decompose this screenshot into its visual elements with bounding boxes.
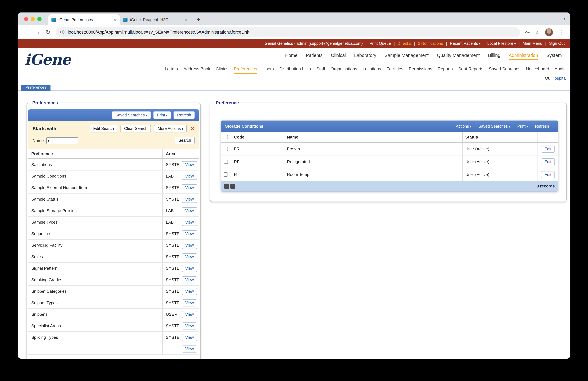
select-all-checkbox[interactable] (224, 135, 228, 139)
main-nav-item[interactable]: Quality Management (437, 53, 480, 60)
sub-nav-item[interactable]: Audits (555, 67, 567, 74)
search-action-button[interactable]: More Actions ▾ (154, 125, 187, 133)
sub-nav-item[interactable]: Clinics (216, 67, 229, 74)
view-button[interactable]: View (182, 253, 197, 260)
sub-nav-item[interactable]: Sent Reports (458, 67, 483, 74)
main-nav-item[interactable]: System (546, 53, 562, 60)
view-button[interactable]: View (182, 322, 197, 329)
view-button[interactable]: View (182, 334, 197, 341)
sub-nav-item[interactable]: Permissions (409, 67, 432, 74)
view-button[interactable]: View (182, 242, 197, 249)
sub-nav-item[interactable]: Reports (438, 67, 453, 74)
edit-button[interactable]: Edit (541, 158, 555, 165)
back-icon[interactable]: ← (21, 29, 32, 36)
main-nav-item[interactable]: Patients (306, 53, 323, 60)
view-button[interactable]: View (182, 311, 197, 318)
tab-close-icon[interactable]: × (113, 17, 117, 22)
main-nav-item[interactable]: Home (285, 53, 297, 60)
view-button[interactable]: View (182, 299, 197, 306)
minimize-window-button[interactable] (31, 17, 35, 21)
card-toolbar-item[interactable]: Refresh (535, 124, 549, 128)
main-nav-item[interactable]: Billing (488, 53, 500, 60)
organisational-unit: Ou:Hospital (545, 76, 567, 81)
list-toolbar-button[interactable]: Saved Searches ▾ (112, 111, 151, 119)
view-button[interactable]: View (182, 345, 197, 352)
profile-avatar[interactable] (545, 28, 553, 36)
card-toolbar-item[interactable]: Actions ▾ (456, 124, 472, 128)
ou-hospital-link[interactable]: Hospital (552, 76, 567, 81)
close-window-button[interactable] (24, 17, 28, 21)
search-action-button[interactable]: Clear Search (121, 125, 151, 133)
tab-list-chevron-icon[interactable]: ▾ (563, 16, 565, 21)
list-toolbar-button[interactable]: Refresh (173, 111, 195, 119)
main-nav-item[interactable]: Clinical (331, 53, 346, 60)
view-button[interactable]: View (182, 265, 197, 272)
row-checkbox[interactable] (224, 147, 228, 151)
view-button[interactable]: View (182, 276, 197, 283)
session-bar-link[interactable]: Print Queue (363, 41, 391, 46)
sub-nav-item[interactable]: Distribution Lists (279, 67, 311, 74)
sub-nav-item[interactable]: Preferences (234, 67, 257, 74)
sub-nav-item[interactable]: Locations (362, 67, 381, 74)
sub-nav-item[interactable]: Noticeboard (526, 67, 549, 74)
chevron-down-icon: ▾ (513, 42, 516, 45)
forward-icon[interactable]: → (32, 29, 43, 36)
edit-button[interactable]: Edit (541, 171, 555, 178)
browser-tab[interactable]: iGene: Preferences × (48, 14, 120, 25)
preference-row: Snippet Types SYSTEM View (28, 297, 199, 309)
view-button[interactable]: View (182, 173, 197, 180)
close-search-icon[interactable]: ✕ (191, 126, 195, 132)
view-button[interactable]: View (182, 288, 197, 295)
card-header: Storage Conditions Actions ▾ Saved Searc… (221, 121, 558, 132)
session-bar-link[interactable]: Local Filestore ▾ (481, 41, 516, 46)
card-toolbar-item[interactable]: Saved Searches ▾ (478, 124, 510, 128)
tab-close-icon[interactable]: × (184, 17, 188, 22)
password-key-icon[interactable] (523, 29, 532, 35)
row-checkbox[interactable] (224, 160, 228, 164)
view-button[interactable]: View (182, 219, 197, 226)
menu-dots-icon[interactable]: ⋮ (556, 29, 567, 36)
sub-nav-item[interactable]: Saved Searches (489, 67, 520, 74)
reload-icon[interactable]: ↻ (43, 29, 53, 36)
remove-icon[interactable]: − (231, 184, 235, 189)
list-toolbar-button[interactable]: Print ▾ (153, 111, 171, 119)
name-label: Name (33, 138, 44, 143)
sub-nav-item[interactable]: Staff (316, 67, 325, 74)
site-info-icon[interactable]: ⓘ (60, 29, 64, 35)
session-bar-link[interactable]: 2 Notifications (411, 41, 443, 46)
edit-button[interactable]: Edit (541, 145, 555, 153)
session-bar-link[interactable]: Recent Patients ▾ (443, 41, 481, 46)
session-bar-link[interactable]: Sign Out (542, 41, 565, 46)
page-tab-preferences[interactable]: Preferences (21, 84, 50, 90)
preference-row: Specialist Areas SYSTEM View (28, 320, 199, 332)
row-checkbox[interactable] (224, 172, 228, 177)
preference-area: SYSTEM (162, 240, 180, 251)
preference-row: Snippets USER View (28, 309, 199, 320)
view-button[interactable]: View (182, 196, 197, 203)
name-input[interactable] (46, 137, 78, 144)
search-action-button[interactable]: Edit Search (90, 125, 117, 133)
main-nav-item[interactable]: Administration (509, 53, 538, 60)
maximize-window-button[interactable] (37, 17, 42, 21)
session-bar-link[interactable]: Main Menu (516, 41, 542, 46)
new-tab-button[interactable]: + (194, 15, 203, 24)
main-nav-item[interactable]: Sample Management (385, 53, 429, 60)
view-button[interactable]: View (182, 230, 197, 237)
sub-nav-item[interactable]: Users (263, 67, 274, 74)
browser-tab[interactable]: iGene: Reagent: H2O × (120, 14, 191, 25)
search-button[interactable]: Search (175, 136, 195, 144)
sub-nav-item[interactable]: Organisations (331, 67, 357, 74)
view-button[interactable]: View (182, 207, 197, 214)
view-button[interactable]: View (182, 184, 197, 191)
main-nav-item[interactable]: Laboratory (354, 53, 376, 60)
card-toolbar-item[interactable]: Print ▾ (517, 124, 528, 128)
bookmark-star-icon[interactable]: ☆ (532, 29, 542, 36)
search-area: Starts with Edit Search Clear Search Mor… (28, 121, 199, 149)
sub-nav-item[interactable]: Facilities (386, 67, 403, 74)
view-button[interactable]: View (182, 161, 197, 168)
add-icon[interactable]: + (224, 184, 229, 189)
session-bar-link[interactable]: 2 Tasks (391, 41, 411, 46)
sub-nav-item[interactable]: Letters (165, 67, 178, 74)
address-bar[interactable]: ⓘ localhost:8080/App/App.html?null&local… (56, 27, 520, 37)
sub-nav-item[interactable]: Address Book (183, 67, 210, 74)
